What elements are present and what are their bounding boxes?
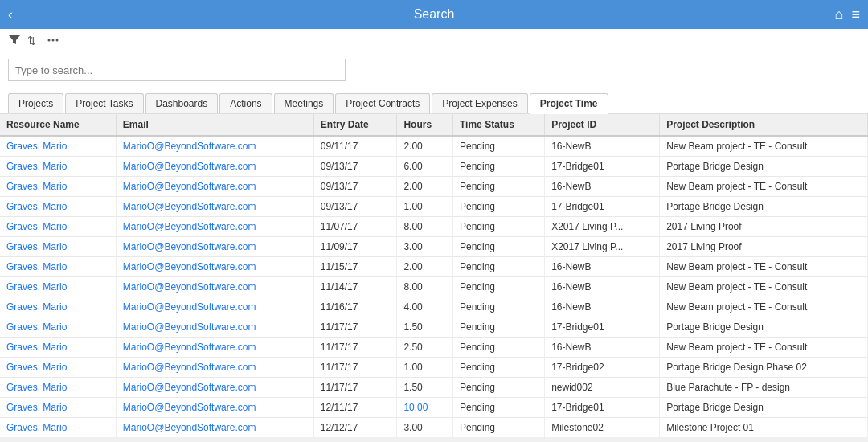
entry-date: 11/17/17 xyxy=(313,317,397,338)
table-row[interactable]: Graves, MarioMarioO@BeyondSoftware.com12… xyxy=(0,418,868,438)
time-status: Pending xyxy=(453,177,545,197)
email[interactable]: MarioO@BeyondSoftware.com xyxy=(116,398,313,418)
entry-date: 11/17/17 xyxy=(313,338,397,358)
resource-name[interactable]: Graves, Mario xyxy=(0,418,116,438)
tab-meetings[interactable]: Meetings xyxy=(274,93,334,113)
resource-name[interactable]: Graves, Mario xyxy=(0,136,116,157)
entry-date: 11/14/17 xyxy=(313,277,397,297)
entry-date: 11/09/17 xyxy=(313,237,397,257)
header-icons: ⌂ ≡ xyxy=(835,6,860,23)
hours: 2.00 xyxy=(397,257,453,277)
time-status: Pending xyxy=(453,157,545,177)
email[interactable]: MarioO@BeyondSoftware.com xyxy=(116,378,313,398)
col-header: Email xyxy=(116,114,313,136)
table-row[interactable]: Graves, MarioMarioO@BeyondSoftware.com11… xyxy=(0,338,868,358)
resource-name[interactable]: Graves, Mario xyxy=(0,398,116,418)
project-id: 17-Bridge01 xyxy=(545,157,660,177)
tab-project-tasks[interactable]: Project Tasks xyxy=(65,93,143,113)
resource-name[interactable]: Graves, Mario xyxy=(0,257,116,277)
col-header: Entry Date xyxy=(313,114,397,136)
tab-dashboards[interactable]: Dashboards xyxy=(145,93,219,113)
resource-name[interactable]: Graves, Mario xyxy=(0,317,116,338)
email[interactable]: MarioO@BeyondSoftware.com xyxy=(116,157,313,177)
table-row[interactable]: Graves, MarioMarioO@BeyondSoftware.com11… xyxy=(0,257,868,277)
resource-name[interactable]: Graves, Mario xyxy=(0,358,116,378)
sort-icon[interactable]: ⇅ xyxy=(27,34,40,50)
table-row[interactable]: Graves, MarioMarioO@BeyondSoftware.com11… xyxy=(0,358,868,378)
resource-name[interactable]: Graves, Mario xyxy=(0,157,116,177)
hours: 6.00 xyxy=(397,157,453,177)
hours: 1.00 xyxy=(397,197,453,217)
results-table-container[interactable]: Resource NameEmailEntry DateHoursTime St… xyxy=(0,114,868,437)
email[interactable]: MarioO@BeyondSoftware.com xyxy=(116,418,313,438)
entry-date: 11/07/17 xyxy=(313,217,397,237)
table-row[interactable]: Graves, MarioMarioO@BeyondSoftware.com09… xyxy=(0,157,868,177)
table-row[interactable]: Graves, MarioMarioO@BeyondSoftware.com09… xyxy=(0,136,868,157)
table-row[interactable]: Graves, MarioMarioO@BeyondSoftware.com11… xyxy=(0,277,868,297)
entry-date: 09/11/17 xyxy=(313,136,397,157)
tab-projects[interactable]: Projects xyxy=(8,93,63,113)
table-row[interactable]: Graves, MarioMarioO@BeyondSoftware.com09… xyxy=(0,197,868,217)
hours: 3.00 xyxy=(397,237,453,257)
time-status: Pending xyxy=(453,378,545,398)
project-id: 17-Bridge01 xyxy=(545,317,660,338)
resource-name[interactable]: Graves, Mario xyxy=(0,338,116,358)
entry-date: 09/13/17 xyxy=(313,197,397,217)
table-row[interactable]: Graves, MarioMarioO@BeyondSoftware.com12… xyxy=(0,398,868,418)
toolbar: ⇅ xyxy=(0,29,868,55)
entry-date: 12/11/17 xyxy=(313,398,397,418)
time-status: Pending xyxy=(453,297,545,317)
email[interactable]: MarioO@BeyondSoftware.com xyxy=(116,257,313,277)
project-id: 16-NewB xyxy=(545,338,660,358)
tab-project-contracts[interactable]: Project Contracts xyxy=(335,93,430,113)
time-status: Pending xyxy=(453,338,545,358)
filter-icon[interactable] xyxy=(8,34,21,50)
email[interactable]: MarioO@BeyondSoftware.com xyxy=(116,197,313,217)
project-id: 16-NewB xyxy=(545,177,660,197)
project-description: New Beam project - TE - Consult xyxy=(660,338,868,358)
project-id: X2017 Living P... xyxy=(545,217,660,237)
tab-actions[interactable]: Actions xyxy=(219,93,272,113)
home-icon[interactable]: ⌂ xyxy=(835,6,844,23)
resource-name[interactable]: Graves, Mario xyxy=(0,177,116,197)
project-description: Blue Parachute - FP - design xyxy=(660,378,868,398)
tab-project-expenses[interactable]: Project Expenses xyxy=(432,93,527,113)
resource-name[interactable]: Graves, Mario xyxy=(0,197,116,217)
project-id: newid002 xyxy=(545,378,660,398)
email[interactable]: MarioO@BeyondSoftware.com xyxy=(116,136,313,157)
resource-name[interactable]: Graves, Mario xyxy=(0,277,116,297)
hours: 2.00 xyxy=(397,177,453,197)
table-row[interactable]: Graves, MarioMarioO@BeyondSoftware.com11… xyxy=(0,297,868,317)
table-row[interactable]: Graves, MarioMarioO@BeyondSoftware.com11… xyxy=(0,378,868,398)
email[interactable]: MarioO@BeyondSoftware.com xyxy=(116,297,313,317)
email[interactable]: MarioO@BeyondSoftware.com xyxy=(116,217,313,237)
project-description: Portage Bridge Design xyxy=(660,317,868,338)
resource-name[interactable]: Graves, Mario xyxy=(0,217,116,237)
entry-date: 12/12/17 xyxy=(313,418,397,438)
time-status: Pending xyxy=(453,136,545,157)
project-id: 16-NewB xyxy=(545,297,660,317)
email[interactable]: MarioO@BeyondSoftware.com xyxy=(116,317,313,338)
menu-icon[interactable]: ≡ xyxy=(851,6,860,23)
more-icon[interactable] xyxy=(47,34,59,50)
email[interactable]: MarioO@BeyondSoftware.com xyxy=(116,277,313,297)
search-input[interactable] xyxy=(8,59,346,81)
table-row[interactable]: Graves, MarioMarioO@BeyondSoftware.com11… xyxy=(0,217,868,237)
table-row[interactable]: Graves, MarioMarioO@BeyondSoftware.com11… xyxy=(0,237,868,257)
email[interactable]: MarioO@BeyondSoftware.com xyxy=(116,177,313,197)
tab-project-time[interactable]: Project Time xyxy=(530,93,608,114)
email[interactable]: MarioO@BeyondSoftware.com xyxy=(116,237,313,257)
resource-name[interactable]: Graves, Mario xyxy=(0,237,116,257)
table-row[interactable]: Graves, MarioMarioO@BeyondSoftware.com11… xyxy=(0,317,868,338)
table-row[interactable]: Graves, MarioMarioO@BeyondSoftware.com09… xyxy=(0,177,868,197)
svg-point-2 xyxy=(52,39,55,42)
hours: 2.00 xyxy=(397,136,453,157)
email[interactable]: MarioO@BeyondSoftware.com xyxy=(116,338,313,358)
page-title: Search xyxy=(414,7,455,22)
back-button[interactable]: ‹ xyxy=(8,6,13,23)
resource-name[interactable]: Graves, Mario xyxy=(0,297,116,317)
email[interactable]: MarioO@BeyondSoftware.com xyxy=(116,358,313,378)
resource-name[interactable]: Graves, Mario xyxy=(0,378,116,398)
hours: 1.50 xyxy=(397,317,453,338)
hours: 10.00 xyxy=(397,398,453,418)
